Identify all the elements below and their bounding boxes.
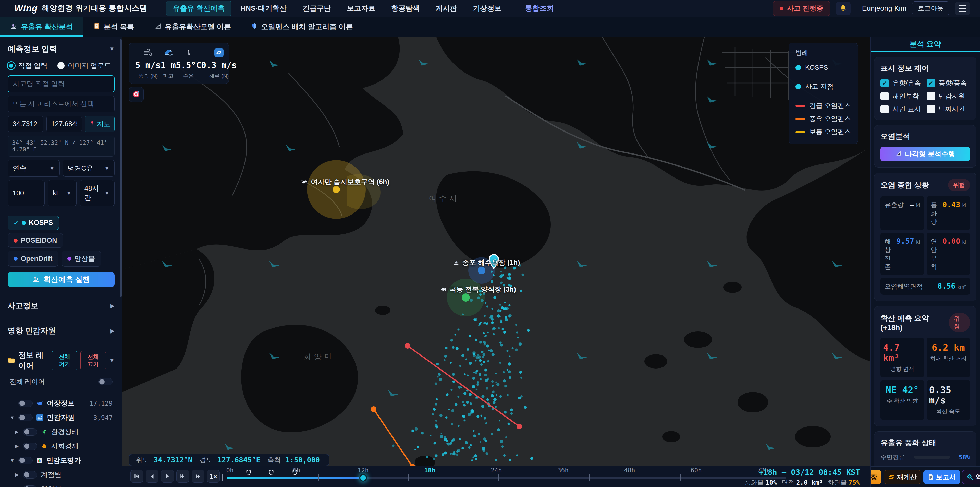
fast-forward-button[interactable] xyxy=(177,470,189,483)
playback-speed-button[interactable]: 1× xyxy=(207,470,220,483)
tab-0[interactable]: 유출유 확산분석 xyxy=(0,17,83,37)
shield-icon xyxy=(251,23,258,31)
nav-item-6[interactable]: 기상정보 xyxy=(466,0,508,16)
radio-image-upload[interactable]: 이미지 업로드 xyxy=(57,61,111,70)
역추적-button[interactable]: 역추적 xyxy=(962,470,980,484)
nav-item-1[interactable]: HNS·대기확산 xyxy=(234,0,293,16)
menu-button[interactable] xyxy=(955,2,970,15)
nav-item-4[interactable]: 항공탐색 xyxy=(385,0,426,16)
저장-button[interactable]: 저장 xyxy=(870,470,881,484)
caret-right-icon[interactable]: ▶ xyxy=(14,443,19,449)
latitude-input[interactable] xyxy=(8,116,43,132)
duration-select[interactable]: 48시간▼ xyxy=(80,180,115,206)
skip-end-button[interactable] xyxy=(192,470,204,483)
polygon-analysis-button[interactable]: 다각형 분석수행 xyxy=(880,147,970,161)
play-button[interactable] xyxy=(161,470,174,483)
marker-text: 국동 전복 양식장 (3h) xyxy=(449,285,516,294)
layer-toggle[interactable] xyxy=(23,471,37,479)
보고서-button[interactable]: 보고서 xyxy=(923,470,960,484)
spill-type-select[interactable]: 연속▼ xyxy=(8,160,60,177)
nav-item-0[interactable]: 유출유 확산예측 xyxy=(166,0,231,16)
incident-name-input[interactable] xyxy=(8,75,115,93)
tab-1[interactable]: 분석 목록 xyxy=(83,17,145,37)
layer-toggle[interactable] xyxy=(18,400,33,407)
재계산-button[interactable]: 재계산 xyxy=(883,470,921,484)
forecast-box-3: 0.35 m/s확산 속도 xyxy=(927,380,970,420)
layers-collapse-icon[interactable]: ▼ xyxy=(109,357,115,364)
marker-text: 종포 해수욕장 (1h) xyxy=(462,258,520,267)
timeline-label-0h[interactable]: 0h xyxy=(226,467,234,474)
radio-direct-input[interactable]: 직접 입력 xyxy=(8,61,48,70)
notifications-button[interactable] xyxy=(836,2,851,15)
caret-right-icon[interactable]: ▶ xyxy=(14,472,19,477)
timeline-label-24h[interactable]: 24h xyxy=(491,467,502,474)
section-impact-resources[interactable]: 영향 민감자원 ▶ xyxy=(8,319,115,337)
tab-2[interactable]: 유출유확산모델 이론 xyxy=(145,17,242,37)
section-incident-info[interactable]: 사고정보 ▶ xyxy=(8,294,115,312)
timeline-label-48h[interactable]: 48h xyxy=(624,467,635,474)
layer-toggle[interactable] xyxy=(23,442,37,450)
nav-item-5[interactable]: 게시판 xyxy=(429,0,464,16)
oil-type-select[interactable]: 벙커C유▼ xyxy=(63,160,115,177)
layer-row-어장정보[interactable]: 어장정보17,129 xyxy=(8,396,115,410)
layer-toggle[interactable] xyxy=(18,457,33,464)
layers-all-off-button[interactable]: 전체 끄기 xyxy=(80,351,106,370)
legend-item-2: 긴급 오일펜스 xyxy=(795,99,851,112)
oilfence-marker-icon[interactable] xyxy=(245,469,251,477)
layer-toggle[interactable] xyxy=(23,485,37,487)
map-canvas[interactable]: 여수시화양면 여자만 습지보호구역 (6h)종포 해수욕장 (1h)국동 전복 … xyxy=(123,37,870,487)
timeline-track[interactable] xyxy=(227,477,786,479)
checkbox-checked-icon: ✓ xyxy=(880,79,889,87)
layers-all-on-button[interactable]: 전체 켜기 xyxy=(52,351,77,370)
sidebar-scrollbar[interactable] xyxy=(120,39,122,297)
caret-down-icon[interactable]: ▼ xyxy=(10,458,15,463)
model-chip-KOSPS[interactable]: ✓KOSPS xyxy=(8,216,59,230)
nav-item-2[interactable]: 긴급구난 xyxy=(296,0,338,16)
unit-select[interactable]: kL▼ xyxy=(48,180,76,206)
model-chip-POSEIDON[interactable]: POSEIDON xyxy=(8,233,63,248)
layer-row-민감자원[interactable]: ▼민감자원3,947 xyxy=(8,410,115,425)
layer-row-사회경제[interactable]: ▶$사회경제 xyxy=(8,439,115,453)
timeline-label-12h[interactable]: 12h xyxy=(358,467,369,474)
locate-incident-button[interactable] xyxy=(129,87,144,102)
layer-toggle[interactable] xyxy=(18,414,33,422)
display-checkbox-민감자원[interactable]: 민감자원 xyxy=(927,92,970,101)
oilfence-marker-icon[interactable] xyxy=(268,469,274,477)
map-pick-button[interactable]: 지도 xyxy=(85,116,115,132)
tab-3[interactable]: 오일펜스 배치 알고리즘 이론 xyxy=(241,17,363,37)
layer-row-계절별[interactable]: ▶계절별 xyxy=(8,468,115,482)
caret-down-icon[interactable]: ▼ xyxy=(10,415,15,420)
display-checkbox-시간 표시[interactable]: 시간 표시 xyxy=(880,105,924,113)
incident-list-input[interactable] xyxy=(8,96,115,112)
collapse-caret-icon[interactable]: ▼ xyxy=(109,46,115,52)
run-prediction-button[interactable]: 확산예측 실행 xyxy=(8,272,115,287)
model-chip-앙상블[interactable]: 앙상블 xyxy=(62,251,101,267)
timeline-label-18h[interactable]: 18h xyxy=(424,467,435,474)
layer-toggle[interactable] xyxy=(23,428,37,436)
display-checkbox-유향/유속[interactable]: ✓유향/유속 xyxy=(880,79,924,88)
stat-label: 오염해역면적 xyxy=(885,282,923,291)
nav-item-3[interactable]: 보고자료 xyxy=(340,0,382,16)
layer-row-해안선[interactable]: ▶해안선 xyxy=(8,482,115,487)
model-color-dot xyxy=(14,238,18,243)
logout-button[interactable]: 로그아웃 xyxy=(912,1,950,15)
forecast-label: 확산 속도 xyxy=(936,407,960,415)
oilfence-marker-icon[interactable] xyxy=(292,469,298,477)
layer-label: 환경생태 xyxy=(51,427,79,436)
skip-start-button[interactable] xyxy=(130,470,143,483)
amount-input[interactable] xyxy=(8,180,45,206)
layer-row-환경생태[interactable]: ▶환경생태 xyxy=(8,425,115,439)
display-checkbox-날짜시간[interactable]: 날짜시간 xyxy=(927,105,970,113)
step-back-button[interactable] xyxy=(146,470,159,483)
display-checkbox-풍향/풍속[interactable]: ✓풍향/풍속 xyxy=(927,79,970,88)
layer-row-민감도평가[interactable]: ▼민감도평가 xyxy=(8,453,115,468)
model-chip-OpenDrift[interactable]: OpenDrift xyxy=(8,251,59,267)
display-checkbox-해안부착[interactable]: 해안부착 xyxy=(880,92,924,101)
timeline-thumb[interactable] xyxy=(360,474,367,482)
timeline-label-36h[interactable]: 36h xyxy=(557,467,568,474)
timeline-label-60h[interactable]: 60h xyxy=(690,467,702,474)
caret-right-icon[interactable]: ▶ xyxy=(14,429,19,435)
nav-item-7[interactable]: 통합조회 xyxy=(519,0,560,16)
longitude-input[interactable] xyxy=(46,116,82,132)
all-layers-toggle[interactable] xyxy=(98,378,113,385)
